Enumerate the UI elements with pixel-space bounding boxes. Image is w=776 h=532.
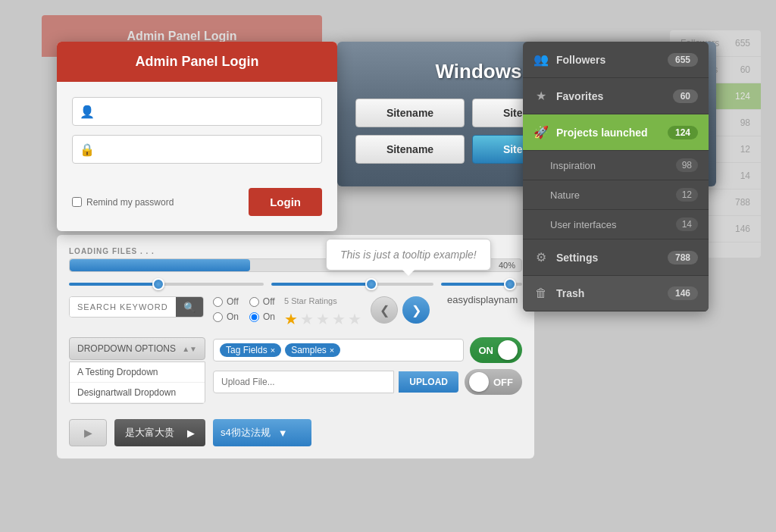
userinterfaces-count: 14 (676, 217, 698, 231)
inspiration-label: Inspiration (550, 160, 676, 171)
tag-2-remove[interactable]: × (330, 346, 334, 355)
displayname: easydisplaynam (447, 294, 518, 305)
radio-off-2[interactable]: Off (249, 296, 275, 307)
toggle-on-knob (498, 340, 518, 360)
sidebar-item-inspiration[interactable]: Inspiration 98 (523, 151, 709, 180)
slider-thumb-3[interactable] (504, 278, 516, 290)
admin-panel: Admin Panel Login 👤 🔒 Remind my password… (57, 42, 337, 231)
star-1[interactable]: ★ (284, 310, 298, 328)
sidebar-item-userinterfaces[interactable]: User interfaces 14 (523, 210, 709, 239)
user-icon: 👤 (80, 105, 95, 119)
radio-row-2: On On (213, 311, 275, 322)
dropdown-option-1[interactable]: A Testing Dropdown (70, 362, 205, 383)
star-2[interactable]: ★ (300, 310, 314, 328)
admin-panel-title: Admin Panel Login (135, 54, 258, 69)
radio-section: Off Off On On (213, 296, 275, 322)
settings-label: Settings (556, 252, 668, 264)
upload-button[interactable]: UPLOAD (399, 371, 458, 393)
password-input[interactable] (72, 135, 322, 164)
sidebar-item-trash[interactable]: 🗑 Trash 146 (523, 276, 709, 311)
toggle-on[interactable]: ON (470, 337, 523, 363)
progress-percent: 40% (499, 261, 515, 270)
dropdown-options: A Testing Dropdown Designartwall Dropdow… (69, 361, 205, 404)
trash-icon: 🗑 (534, 286, 549, 300)
sidebar-item-nature[interactable]: Nature 12 (523, 180, 709, 210)
remind-checkbox[interactable] (72, 197, 82, 207)
tag-input-area[interactable]: Tag Fields × Samples × (213, 339, 464, 361)
star-4[interactable]: ★ (332, 310, 346, 328)
tag-1[interactable]: Tag Fields × (220, 343, 281, 357)
blue-btn-label: s4彻达法规 (221, 426, 271, 440)
sidebar-item-settings[interactable]: ⚙ Settings 788 (523, 239, 709, 276)
inspiration-count: 98 (676, 158, 698, 172)
favorites-count: 60 (673, 89, 698, 103)
sidebar-item-projects[interactable]: 🚀 Projects launched 124 (523, 114, 709, 151)
slider-3[interactable] (441, 283, 522, 286)
slider-thumb-1[interactable] (152, 278, 164, 290)
radio-row-1: Off Off (213, 296, 275, 307)
favorites-icon: ★ (534, 89, 549, 103)
password-field-wrapper: 🔒 (72, 135, 322, 164)
tooltip: This is just a tooltip example! (326, 239, 491, 271)
tag-row: Tag Fields × Samples × ON (213, 337, 522, 363)
dark-play-button[interactable]: 是大富大贵 ▶ (114, 419, 205, 446)
sidebar-item-followers[interactable]: 👥 Followers 655 (523, 42, 709, 78)
play-button[interactable]: ▶ (69, 419, 107, 446)
bottom-buttons: ▶ 是大富大贵 ▶ s4彻达法规 ▼ (69, 419, 522, 446)
username-field-wrapper: 👤 (72, 97, 322, 126)
tooltip-text: This is just a tooltip example! (340, 249, 477, 261)
settings-icon: ⚙ (534, 250, 549, 264)
projects-count: 124 (668, 126, 698, 139)
upload-section: UPLOAD (213, 371, 458, 393)
blue-btn-arrow-icon: ▼ (278, 427, 288, 439)
win7-btn-2-1[interactable]: Sitename (355, 135, 465, 164)
dropdown-section: DROPDOWN OPTIONS ▲▼ A Testing Dropdown D… (69, 337, 205, 404)
stars-label: 5 Star Ratings (284, 296, 361, 305)
prev-arrow[interactable]: ❮ (371, 296, 398, 324)
dark-btn-label: 是大富大贵 (125, 426, 174, 440)
radio-on-2[interactable]: On (249, 311, 275, 322)
lock-icon: 🔒 (80, 142, 95, 157)
admin-panel-header: Admin Panel Login (57, 42, 337, 82)
nature-label: Nature (550, 189, 676, 201)
toggle-off[interactable]: OFF (465, 369, 522, 395)
dropdown-trigger[interactable]: DROPDOWN OPTIONS ▲▼ (69, 337, 205, 360)
nav-arrows: ❮ ❯ (371, 296, 430, 324)
blue-dropdown-button[interactable]: s4彻达法规 ▼ (213, 419, 311, 446)
upload-input[interactable] (213, 371, 394, 393)
star-3[interactable]: ★ (316, 310, 330, 328)
radio-on-1[interactable]: On (213, 311, 239, 322)
toggle-off-knob (469, 372, 489, 392)
next-arrow[interactable]: ❯ (402, 296, 430, 324)
tag-2[interactable]: Samples × (285, 343, 340, 357)
upload-row: UPLOAD OFF (213, 369, 522, 395)
projects-icon: 🚀 (534, 125, 549, 139)
radio-off-1[interactable]: Off (213, 296, 239, 307)
dark-btn-play-icon: ▶ (187, 427, 195, 439)
nature-count: 12 (676, 188, 698, 202)
slider-thumb-2[interactable] (365, 278, 377, 290)
progress-fill (70, 259, 250, 271)
dropdown-option-2[interactable]: Designartwall Dropdown (70, 383, 205, 403)
search-box: 🔍 (69, 296, 204, 318)
sidebar-panel: 👥 Followers 655 ★ Favorites 60 🚀 Project… (523, 42, 709, 311)
favorites-label: Favorites (556, 90, 673, 102)
slider-2[interactable] (271, 283, 433, 286)
login-button[interactable]: Login (249, 188, 322, 216)
sliders-section (69, 283, 522, 286)
win7-btn-1-1[interactable]: Sitename (355, 99, 465, 127)
search-button[interactable]: 🔍 (176, 297, 203, 317)
followers-icon: 👥 (534, 52, 549, 67)
trash-count: 146 (668, 286, 698, 300)
sidebar-item-favorites[interactable]: ★ Favorites 60 (523, 78, 709, 114)
slider-1[interactable] (69, 283, 264, 286)
username-input[interactable] (72, 97, 322, 126)
projects-label: Projects launched (556, 127, 668, 139)
search-input[interactable] (70, 297, 176, 317)
stars: ★ ★ ★ ★ ★ (284, 310, 361, 328)
star-5[interactable]: ★ (348, 310, 361, 328)
remind-label[interactable]: Remind my password (72, 197, 174, 208)
tag-1-remove[interactable]: × (271, 346, 275, 355)
tag-upload-section: Tag Fields × Samples × ON UPLOAD (213, 337, 522, 395)
userinterfaces-label: User interfaces (550, 219, 676, 230)
